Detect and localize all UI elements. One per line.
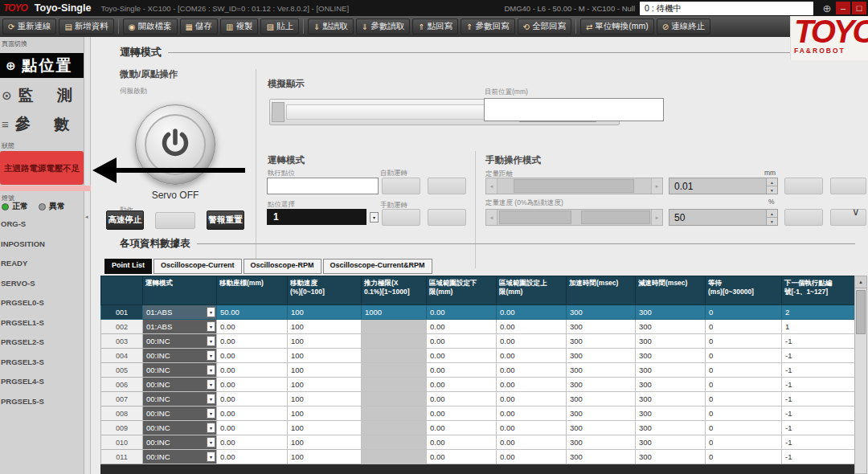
cell-thrust[interactable]: [362, 421, 427, 435]
cell-thrust[interactable]: [362, 334, 427, 349]
toolbar-button-copy[interactable]: ▥複製: [220, 18, 258, 35]
cell-accel[interactable]: 300: [567, 363, 636, 378]
cell-accel[interactable]: 300: [567, 320, 636, 334]
table-row[interactable]: 00300:INC▾0.001000.000.003003000-1: [101, 334, 855, 349]
cell-decel[interactable]: 300: [636, 421, 706, 435]
toolbar-button-param-read[interactable]: ⇓參數讀取: [356, 18, 410, 35]
table-row[interactable]: 00900:INC▾0.001000.000.003003000-1: [101, 421, 855, 435]
toolbar-button-new-data[interactable]: ▤新增資料: [59, 18, 113, 35]
cell-lower[interactable]: 0.00: [427, 435, 497, 450]
cell-thrust[interactable]: [362, 320, 427, 334]
cell-coord[interactable]: 0.00: [217, 407, 288, 421]
cell-next[interactable]: -1: [782, 421, 855, 435]
mode-dropdown-icon[interactable]: ▾: [207, 423, 215, 433]
cell-lower[interactable]: 0.00: [427, 320, 497, 334]
cell-num[interactable]: 006: [101, 378, 143, 392]
toolbar-button-unit-convert[interactable]: ⇄單位轉換(mm): [580, 18, 654, 35]
tab-oscilloscope-current[interactable]: Oscilloscope-Current: [154, 259, 242, 274]
cell-wait[interactable]: 0: [706, 392, 782, 407]
cell-next[interactable]: 2: [782, 305, 855, 320]
cell-upper[interactable]: 0.00: [497, 363, 567, 378]
alarm-reset-button[interactable]: 警報重置: [207, 210, 244, 230]
scroll-up-icon[interactable]: ▲: [855, 276, 866, 288]
sidebar-item-monitor[interactable]: ⊙監 測: [0, 83, 84, 108]
table-row[interactable]: 00800:INC▾0.001000.000.003003000-1: [101, 407, 855, 421]
high-speed-stop-button[interactable]: 高速停止: [106, 210, 144, 230]
cell-wait[interactable]: 0: [706, 349, 782, 363]
cell-lower[interactable]: 0.00: [427, 349, 497, 363]
cell-speed[interactable]: 100: [288, 450, 362, 464]
tab-point-list[interactable]: Point List: [104, 259, 152, 274]
spin-down-icon[interactable]: ▾: [767, 186, 777, 194]
toolbar-button-disconnect[interactable]: ⊘連線終止: [657, 18, 710, 35]
cell-next[interactable]: -1: [782, 378, 855, 392]
mode-dropdown-icon[interactable]: ▾: [207, 379, 215, 390]
cell-thrust[interactable]: [362, 363, 427, 378]
cell-speed[interactable]: 100: [288, 363, 362, 378]
scroll-down-chevron-icon[interactable]: ∨: [852, 206, 860, 218]
cell-upper[interactable]: 0.00: [497, 407, 567, 421]
slider-right-arrow-icon[interactable]: ▸: [651, 210, 662, 225]
slider-left-arrow-icon[interactable]: ◂: [486, 210, 497, 225]
cell-mode[interactable]: 01:ABS▾: [143, 305, 217, 320]
cell-coord[interactable]: 0.00: [217, 334, 288, 349]
current-position-input[interactable]: [484, 98, 664, 121]
cell-accel[interactable]: 300: [567, 450, 636, 464]
speed-spinner[interactable]: 50 ▴▾: [669, 209, 778, 226]
cell-lower[interactable]: 0.00: [427, 363, 497, 378]
cell-coord[interactable]: 0.00: [217, 363, 288, 378]
cell-upper[interactable]: 0.00: [497, 378, 567, 392]
mode-dropdown-icon[interactable]: ▾: [207, 365, 215, 375]
cell-thrust[interactable]: [362, 407, 427, 421]
cell-next[interactable]: -1: [782, 450, 855, 464]
distance-spinner[interactable]: 0.01 ▴▾: [669, 178, 778, 194]
point-select-dropdown[interactable]: 1: [267, 209, 366, 225]
cell-next[interactable]: -1: [782, 407, 855, 421]
cell-lower[interactable]: 0.00: [427, 421, 497, 435]
cell-speed[interactable]: 100: [288, 378, 362, 392]
toolbar-button-param-write[interactable]: ⇑參數回寫: [461, 18, 514, 35]
cell-speed[interactable]: 100: [288, 407, 362, 421]
cell-thrust[interactable]: [362, 349, 427, 363]
cell-thrust[interactable]: [362, 378, 427, 392]
spin-up-icon[interactable]: ▴: [767, 178, 777, 186]
cell-speed[interactable]: 100: [288, 320, 362, 334]
cell-accel[interactable]: 300: [567, 392, 636, 407]
cell-speed[interactable]: 100: [288, 421, 362, 435]
slider-right-arrow-icon[interactable]: ▸: [651, 178, 662, 194]
table-row[interactable]: 01000:INC▾0.001000.000.003003000-1: [101, 435, 855, 450]
cell-decel[interactable]: 300: [636, 378, 706, 392]
table-row[interactable]: 00201:ABS▾0.001000.000.0030030001: [101, 320, 855, 334]
cell-upper[interactable]: 0.00: [497, 450, 567, 464]
cell-accel[interactable]: 300: [567, 305, 636, 320]
table-row[interactable]: 00700:INC▾0.001000.000.003003000-1: [101, 392, 855, 407]
cell-num[interactable]: 009: [101, 421, 143, 435]
cell-upper[interactable]: 0.00: [497, 305, 567, 320]
cell-accel[interactable]: 300: [567, 435, 636, 450]
cell-next[interactable]: -1: [782, 349, 855, 363]
table-scrollbar[interactable]: ▲: [854, 276, 867, 474]
cell-mode[interactable]: 00:INC▾: [143, 421, 217, 435]
slider-thumb[interactable]: [581, 210, 650, 224]
cell-decel[interactable]: 300: [636, 407, 706, 421]
chevron-down-icon[interactable]: ▾: [370, 212, 379, 223]
slider-left-arrow-icon[interactable]: ◂: [486, 178, 497, 194]
cell-upper[interactable]: 0.00: [497, 435, 567, 450]
cell-decel[interactable]: 300: [636, 363, 706, 378]
minimize-icon[interactable]: –: [836, 2, 850, 14]
cell-next[interactable]: -1: [782, 334, 855, 349]
cell-next[interactable]: 1: [782, 320, 855, 334]
cell-coord[interactable]: 0.00: [217, 349, 288, 363]
slider-thumb[interactable]: [499, 210, 571, 224]
cell-mode[interactable]: 01:ABS▾: [143, 320, 217, 334]
cell-lower[interactable]: 0.00: [427, 392, 497, 407]
cell-lower[interactable]: 0.00: [427, 450, 497, 464]
spinner-arrows[interactable]: ▴▾: [766, 210, 777, 225]
cell-coord[interactable]: 0.00: [217, 392, 288, 407]
table-row[interactable]: 00101:ABS▾50.0010010000.000.0030030002: [101, 305, 855, 320]
cell-num[interactable]: 008: [101, 407, 143, 421]
mode-dropdown-icon[interactable]: ▾: [207, 437, 215, 447]
mode-dropdown-icon[interactable]: ▾: [207, 452, 215, 462]
table-row[interactable]: 01100:INC▾0.001000.000.003003000-1: [101, 450, 855, 464]
spin-down-icon[interactable]: ▾: [767, 218, 777, 225]
